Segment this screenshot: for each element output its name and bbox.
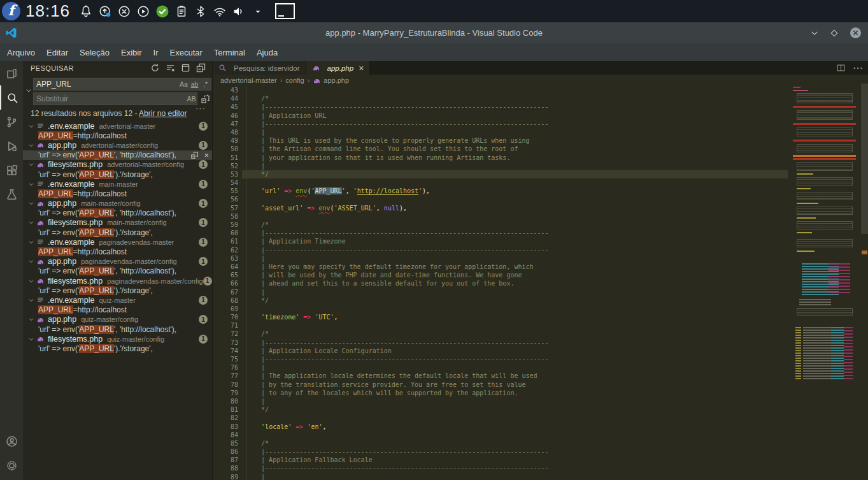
- result-match-row[interactable]: 'url' => env('APP_URL', 'http://localhos…: [23, 208, 213, 218]
- menu-exibir[interactable]: Exibir: [115, 45, 148, 60]
- activity-extensions[interactable]: [0, 158, 23, 182]
- code-line[interactable]: 83 'locale' => 'en',: [213, 423, 788, 431]
- window-chevron-icon[interactable]: [810, 29, 819, 38]
- menu-ir[interactable]: Ir: [148, 45, 164, 60]
- breadcrumb-item[interactable]: app.php: [324, 76, 349, 84]
- breadcrumb-item[interactable]: advertorial-master: [220, 76, 277, 84]
- code-line[interactable]: 87 | Application Fallback Locale: [213, 456, 788, 464]
- result-file-row[interactable]: app.phppaginadevendas-master/config1: [23, 257, 213, 266]
- code-line[interactable]: 82: [213, 414, 788, 422]
- twisty-chevron-icon[interactable]: [28, 316, 34, 323]
- twisty-chevron-icon[interactable]: [28, 239, 34, 245]
- bell-icon[interactable]: [78, 3, 94, 20]
- menu-terminal[interactable]: Terminal: [208, 45, 251, 60]
- regex-toggle[interactable]: .*: [200, 80, 211, 88]
- breadcrumb-item[interactable]: config: [285, 76, 304, 84]
- editor-scrollbar[interactable]: [861, 84, 868, 480]
- result-match-row[interactable]: 'url' => env('APP_URL', 'http://localhos…: [23, 150, 213, 160]
- code-line[interactable]: 74 | Application Locale Configuration: [213, 347, 788, 355]
- code-line[interactable]: 76 |: [213, 363, 788, 372]
- result-file-row[interactable]: app.phpadvertorial-master/config1: [23, 140, 213, 150]
- result-match-row[interactable]: APP_URL=http://localhost: [23, 131, 213, 140]
- result-match-row[interactable]: 'url' => env('APP_URL', 'http://localhos…: [23, 324, 213, 334]
- window-close-icon[interactable]: [850, 27, 862, 39]
- code-line[interactable]: 84: [213, 431, 788, 439]
- cross-circle-icon[interactable]: [116, 3, 132, 20]
- activity-explorer[interactable]: [0, 61, 23, 85]
- result-match-row[interactable]: APP_URL=http://localhost: [23, 189, 213, 198]
- check-circle-icon[interactable]: [154, 3, 171, 20]
- code-line[interactable]: 49 | This URL is used by the console to …: [213, 136, 788, 145]
- search-input[interactable]: [34, 80, 178, 89]
- dismiss-match-icon[interactable]: ×: [204, 151, 209, 159]
- result-file-row[interactable]: filesystems.phpquiz-master/config1: [23, 334, 213, 344]
- play-circle-icon[interactable]: [135, 3, 152, 20]
- code-line[interactable]: 63 |: [213, 254, 788, 263]
- result-file-row[interactable]: app.phpmain-master/config1: [23, 199, 213, 208]
- twisty-chevron-icon[interactable]: [28, 123, 34, 129]
- code-line[interactable]: 62 |------------------------------------…: [213, 246, 788, 254]
- menu-editar[interactable]: Editar: [41, 45, 74, 60]
- code-editor[interactable]: 4344 /*45 |-----------------------------…: [213, 86, 792, 480]
- twisty-chevron-icon[interactable]: [28, 336, 34, 342]
- result-file-row[interactable]: filesystems.phpadvertorial-master/config…: [23, 160, 213, 170]
- replace-all-button[interactable]: [201, 94, 211, 104]
- activity-source-control[interactable]: [0, 110, 23, 134]
- code-line[interactable]: 70 'timezone' => 'UTC',: [213, 313, 788, 321]
- menu-executar[interactable]: Executar: [164, 45, 208, 60]
- clear-results-icon[interactable]: [166, 63, 175, 73]
- result-file-row[interactable]: .env.examplemain-master1: [23, 179, 213, 189]
- result-file-row[interactable]: app.phpquiz-master/config1: [23, 315, 213, 324]
- code-line[interactable]: 51 | your application so that it is used…: [213, 154, 788, 162]
- tab-app.php[interactable]: app.php×: [306, 61, 371, 75]
- software-update-icon[interactable]: [97, 3, 113, 20]
- menu-seleo[interactable]: Seleção: [74, 45, 115, 60]
- minimap[interactable]: [792, 86, 858, 386]
- code-line[interactable]: 46 | Application URL: [213, 112, 788, 120]
- code-line[interactable]: 47 |------------------------------------…: [213, 120, 788, 128]
- code-line[interactable]: 68 */: [213, 296, 788, 305]
- code-line[interactable]: 54: [213, 178, 788, 187]
- code-line[interactable]: 88 |------------------------------------…: [213, 464, 788, 472]
- code-line[interactable]: 48 |: [213, 128, 788, 136]
- account-icon[interactable]: [0, 429, 23, 453]
- result-match-row[interactable]: 'url' => env('APP_URL').'/storage',: [23, 170, 213, 179]
- code-line[interactable]: 50 | the Artisan command line tool. You …: [213, 145, 788, 153]
- code-line[interactable]: 43: [213, 86, 788, 94]
- code-line[interactable]: 56: [213, 195, 788, 203]
- replace-input[interactable]: [34, 94, 186, 103]
- split-editor-icon[interactable]: [837, 64, 845, 72]
- scrollbar-thumb[interactable]: [861, 84, 868, 234]
- activity-search[interactable]: [0, 85, 23, 110]
- clipboard-icon[interactable]: [173, 3, 190, 20]
- tab-close-icon[interactable]: ×: [359, 63, 364, 73]
- twisty-chevron-icon[interactable]: [28, 278, 34, 284]
- twisty-chevron-icon[interactable]: [28, 142, 34, 149]
- result-match-row[interactable]: 'url' => env('APP_URL').'/storage',: [23, 344, 213, 353]
- editor-more-actions[interactable]: ⋯: [853, 62, 863, 74]
- code-line[interactable]: 69: [213, 305, 788, 313]
- activity-run-debug[interactable]: [0, 134, 23, 158]
- result-match-row[interactable]: APP_URL=http://localhost: [23, 247, 213, 256]
- tab-pesquisaidservidor[interactable]: Pesquisa: idservidor: [213, 61, 306, 75]
- result-file-row[interactable]: .env.examplequiz-master1: [23, 295, 213, 305]
- code-line[interactable]: 45 |------------------------------------…: [213, 103, 788, 111]
- twisty-chevron-icon[interactable]: [28, 219, 34, 226]
- menu-ajuda[interactable]: Ajuda: [251, 45, 283, 60]
- code-line[interactable]: 52 |: [213, 162, 788, 170]
- result-match-row[interactable]: 'url' => env('APP_URL').'/storage',: [23, 228, 213, 237]
- volume-icon[interactable]: [231, 3, 247, 20]
- tray-dropdown-arrow-icon[interactable]: [250, 3, 266, 20]
- result-match-row[interactable]: 'url' => env('APP_URL', 'http://localhos…: [23, 266, 213, 276]
- result-match-row[interactable]: APP_URL=http://localhost: [23, 305, 213, 315]
- window-indicator-icon[interactable]: [275, 3, 295, 19]
- code-line[interactable]: 65 | will be used by the PHP date and da…: [213, 271, 788, 279]
- match-case-toggle[interactable]: Aa: [178, 80, 189, 88]
- settings-gear-icon[interactable]: [0, 453, 23, 477]
- replace-match-icon[interactable]: [190, 150, 199, 159]
- code-line[interactable]: 72 /*: [213, 330, 788, 338]
- code-line[interactable]: 73 |------------------------------------…: [213, 338, 788, 347]
- code-line[interactable]: 75 |------------------------------------…: [213, 355, 788, 363]
- result-file-row[interactable]: filesystems.phpmain-master/config1: [23, 218, 213, 228]
- code-line[interactable]: 66 | ahead and set this to a sensible de…: [213, 279, 788, 287]
